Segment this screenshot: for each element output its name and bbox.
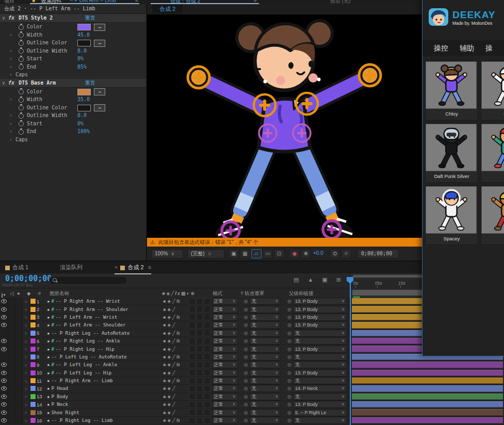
blend-mode-dropdown[interactable]: 正常∨: [210, 345, 239, 352]
visibility-cell[interactable]: [0, 377, 8, 384]
label-color-cell[interactable]: [29, 408, 37, 416]
layer-name[interactable]: ★#-- P Right Leg -- Hip: [47, 345, 162, 352]
track-matte-cell[interactable]: ◎无∨: [239, 377, 285, 384]
stopwatch-icon[interactable]: [19, 41, 24, 46]
layer-row[interactable]: ›12★P Head♣◈╱正常∨◎无∨◎14. P Neck∨: [0, 385, 504, 393]
eye-icon[interactable]: [1, 395, 7, 399]
parent-link-cell[interactable]: ◎13. P Body∨: [285, 401, 350, 408]
visibility-cell[interactable]: [0, 385, 8, 392]
layer-tab[interactable]: 图层 (无): [330, 0, 350, 4]
expand-chevron[interactable]: ›: [23, 361, 29, 368]
parent-link-cell[interactable]: ◎无∨: [285, 353, 350, 361]
audio-cell[interactable]: [8, 408, 15, 416]
eye-icon[interactable]: [1, 339, 7, 343]
visibility-cell[interactable]: [0, 298, 8, 305]
eye-icon[interactable]: [1, 418, 7, 422]
effect-property-row[interactable]: Color →: [0, 23, 146, 31]
effect-property-row[interactable]: › End85%: [0, 63, 146, 71]
switch-boxes[interactable]: [189, 393, 210, 400]
matte-pickwhip-icon[interactable]: ◎: [244, 370, 248, 375]
layer-switches[interactable]: ♣◈╱: [162, 321, 189, 329]
label-color-cell[interactable]: [29, 417, 37, 424]
track-matte-cell[interactable]: ◎无∨: [239, 401, 285, 408]
expand-chevron[interactable]: ›: [23, 417, 29, 424]
layer-switches[interactable]: ♣◈╱fx: [162, 377, 189, 384]
property-value[interactable]: 100%: [77, 127, 90, 136]
solo-lock-cell[interactable]: [15, 305, 23, 313]
guides-icon[interactable]: ⊡: [274, 249, 284, 258]
label-color-cell[interactable]: [29, 393, 37, 400]
parent-pickwhip-icon[interactable]: ◎: [287, 347, 291, 352]
parent-pickwhip-icon[interactable]: ◎: [287, 322, 291, 328]
visibility-cell[interactable]: [0, 314, 8, 321]
color-swatch[interactable]: [77, 24, 91, 30]
transparency-grid-icon[interactable]: ▦: [240, 249, 250, 258]
track-matte-cell[interactable]: ◎无∨: [239, 369, 285, 377]
layer-name[interactable]: ★#-- P Right Arm -- Shoulder: [47, 305, 162, 313]
character-card[interactable]: Spacey: [425, 186, 478, 245]
collapse-icon[interactable]: ∨: [2, 79, 5, 87]
switch-boxes[interactable]: [189, 330, 210, 337]
effect-property-row[interactable]: › Start0%: [0, 55, 146, 63]
label-color-cell[interactable]: [29, 385, 37, 392]
expand-chevron[interactable]: ›: [23, 305, 29, 313]
solo-lock-cell[interactable]: [15, 385, 23, 392]
layer-switches[interactable]: ♣◈╱: [162, 393, 189, 400]
visibility-cell[interactable]: [0, 369, 8, 377]
fx-switch-icon[interactable]: fx: [176, 354, 180, 359]
blend-mode-dropdown[interactable]: 正常∨: [210, 298, 239, 305]
switch-boxes[interactable]: [189, 408, 210, 416]
property-value[interactable]: 35.0: [77, 95, 90, 104]
label-column-icon[interactable]: ◆: [27, 288, 30, 298]
eye-icon[interactable]: [1, 307, 7, 312]
fx-switch-icon[interactable]: fx: [176, 338, 180, 344]
parent-link-cell[interactable]: ◎无∨: [285, 330, 350, 337]
switch-boxes[interactable]: [189, 385, 210, 392]
parent-link-cell[interactable]: ◎14. P Neck∨: [285, 385, 350, 392]
fx-switch-icon[interactable]: fx: [176, 299, 180, 304]
stopwatch-icon[interactable]: [19, 48, 24, 54]
blend-mode-dropdown[interactable]: 正常∨: [210, 401, 239, 408]
region-of-interest-icon[interactable]: ▭: [263, 249, 273, 258]
expand-chevron[interactable]: ›: [23, 401, 29, 408]
parent-link-cell[interactable]: ◎13. P Body∨: [285, 369, 350, 377]
layer-switches[interactable]: ♣◈╱: [162, 305, 189, 313]
eye-icon[interactable]: [1, 347, 7, 351]
color-swatch[interactable]: [77, 105, 91, 111]
layer-row[interactable]: ›15★Shoe Right♣◈╱正常∨◎无∨◎5. -- P Right Le…: [0, 408, 504, 416]
layer-name[interactable]: ★#-- P Left Leg -- Ankle: [47, 361, 162, 368]
reset-link[interactable]: 重置: [85, 79, 95, 87]
audio-cell[interactable]: [8, 385, 15, 392]
layer-duration-cell[interactable]: [350, 377, 504, 384]
layer-name[interactable]: ★-- P Right Leg -- AutoRotate: [47, 330, 162, 337]
layer-switches[interactable]: ♣◈╱fx: [162, 314, 189, 321]
parent-pickwhip-icon[interactable]: ◎: [287, 394, 291, 399]
blend-mode-dropdown[interactable]: 正常∨: [210, 385, 239, 392]
eye-icon[interactable]: [1, 371, 7, 375]
blend-mode-dropdown[interactable]: 正常∨: [210, 330, 239, 337]
track-matte-cell[interactable]: ◎无∨: [239, 321, 285, 329]
layer-duration-cell[interactable]: [350, 369, 504, 377]
switch-boxes[interactable]: [189, 314, 210, 321]
layer-switches[interactable]: ♣◈╱fx: [162, 298, 189, 305]
audio-cell[interactable]: [8, 305, 15, 313]
parent-link-cell[interactable]: ◎无∨: [285, 377, 350, 384]
blend-mode-dropdown[interactable]: 正常∨: [210, 377, 239, 384]
layer-switches[interactable]: ♣◈╱fx: [162, 353, 189, 361]
effect-property-row[interactable]: › Width35.0: [0, 95, 146, 104]
expand-chevron[interactable]: ›: [23, 321, 29, 329]
matte-pickwhip-icon[interactable]: ◎: [244, 410, 248, 415]
audio-cell[interactable]: [8, 337, 15, 345]
layer-duration-cell[interactable]: [350, 393, 504, 400]
expand-chevron[interactable]: ›: [23, 408, 29, 416]
expand-icon[interactable]: ›: [9, 95, 12, 104]
zoom-dropdown[interactable]: 100% ∨: [151, 249, 183, 258]
timeline-toolbar-icons[interactable]: ▤ ▲ ▣ ⊞: [294, 276, 345, 283]
property-value[interactable]: 8.0: [77, 111, 87, 120]
label-color-cell[interactable]: [29, 361, 37, 368]
fx-switch-icon[interactable]: fx: [176, 378, 180, 383]
visibility-cell[interactable]: [0, 330, 8, 337]
expand-chevron[interactable]: ›: [23, 377, 29, 384]
matte-pickwhip-icon[interactable]: ◎: [244, 338, 248, 344]
timeline-tab-合成 1[interactable]: 合成 1: [5, 261, 28, 273]
